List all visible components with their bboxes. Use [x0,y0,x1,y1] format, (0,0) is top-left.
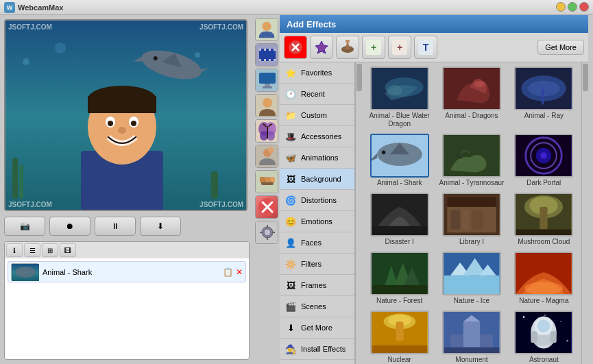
playlist-tab-info[interactable]: ℹ [6,243,23,257]
category-background-label: Background [301,175,341,183]
effects-grid: Animal - Blue Water Dragon Ani [362,62,581,364]
category-scenes[interactable]: 🎬 Scenes [280,296,354,317]
svg-rect-11 [211,171,218,199]
svg-rect-53 [260,177,265,182]
scenes-icon: 🎬 [284,300,298,313]
camera-button[interactable]: 📷 [4,217,45,236]
toolbar-btn-settings[interactable] [255,221,278,244]
category-emotions[interactable]: 😊 Emotions [280,211,354,232]
playlist-area: ℹ ☰ ⊞ 🎞 Animal - Shark 📋 ✕ [4,241,250,360]
playlist-item[interactable]: Animal - Shark 📋 ✕ [8,261,246,282]
svg-rect-30 [269,49,271,51]
effect-tool-add1[interactable]: + [362,36,385,59]
effect-blue-water-dragon[interactable]: Animal - Blue Water Dragon [365,65,434,130]
effect-monument[interactable]: Monument [437,309,506,364]
svg-point-81 [387,85,402,95]
category-recent[interactable]: 🕐 Recent [280,84,354,105]
svg-rect-38 [265,84,270,86]
toolbar-btn-film[interactable] [255,43,278,66]
pause-button[interactable]: ⏸ [95,217,136,236]
effect-dark-portal[interactable]: Dark Portal [509,132,579,189]
svg-rect-28 [259,49,261,51]
effect-magma[interactable]: Nature - Magma [509,250,579,306]
left-panel: JSOFTJ.COM JSOFTJ.COM JSOFTJ.COM JSOFTJ.… [0,15,254,364]
effects-scrollbar[interactable] [581,62,588,364]
toolbar-btn-tools[interactable] [255,170,278,193]
playlist-tab-grid[interactable]: ⊞ [42,243,58,257]
svg-point-92 [381,151,385,155]
svg-rect-87 [542,88,544,104]
toolbar-btn-person[interactable] [255,18,278,41]
maximize-button[interactable] [568,2,577,12]
effect-astronaut[interactable]: Astronaut [509,309,579,364]
category-accessories[interactable]: 🎩 Accessories [280,126,354,147]
window-controls [556,2,589,12]
playlist-copy-icon[interactable]: 📋 [223,267,233,277]
category-distortions-label: Distortions [301,196,337,204]
category-custom-label: Custom [301,111,327,119]
effect-tool-close[interactable] [284,36,307,59]
effect-mushroom[interactable]: Mushroom Cloud [509,191,579,247]
svg-rect-119 [444,276,500,294]
svg-rect-35 [274,59,276,61]
effect-ray[interactable]: Animal - Ray [509,65,579,130]
category-custom[interactable]: 📁 Custom [280,105,354,126]
scrollbar-thumb [356,64,362,91]
effect-label-shark: Animal - Shark [377,179,422,187]
category-background[interactable]: 🖼 Background [280,169,354,190]
svg-rect-128 [396,321,403,341]
playlist-delete-icon[interactable]: ✕ [236,267,243,277]
effect-thumb-dragons [442,66,501,110]
effect-tool-wizard2[interactable] [336,36,359,59]
svg-rect-16 [88,96,156,113]
effect-nuclear[interactable]: Nuclear [365,309,434,364]
playlist-tab-film[interactable]: 🎞 [60,243,76,257]
svg-rect-111 [540,207,548,230]
effect-label-mushroom: Mushroom Cloud [518,238,570,246]
category-distortions[interactable]: 🌀 Distortions [280,190,354,211]
category-animations[interactable]: 🦋 Animations [280,147,354,169]
effect-disaster[interactable]: Disaster I [365,191,434,247]
effect-thumb-library [442,193,501,236]
effect-dragons[interactable]: Animal - Dragons [437,65,506,130]
toolbar-btn-monitor[interactable] [255,69,278,92]
category-faces[interactable]: 👤 Faces [280,232,354,254]
effect-ice[interactable]: Nature - Ice [437,250,506,306]
toolbar-btn-person2[interactable] [255,94,278,117]
effect-shark[interactable]: Animal - Shark [365,132,434,189]
category-install[interactable]: 🧙 Install Effects [280,339,354,360]
playlist-item-name: Animal - Shark [43,268,219,276]
effect-tool-wizard[interactable] [310,36,333,59]
playlist-tab-list[interactable]: ☰ [24,243,40,257]
download-button[interactable]: ⬇ [140,217,181,236]
effect-library[interactable]: Library I [437,191,506,247]
effect-tool-text[interactable]: T [414,36,437,59]
effect-tool-add2[interactable]: + [388,36,411,59]
playlist-content: Animal - Shark 📋 ✕ [5,258,249,359]
effect-thumb-ice [442,252,501,295]
category-favorites[interactable]: ⭐ Favorites [280,62,354,84]
categories-scrollbar[interactable] [355,62,362,364]
category-filters[interactable]: 🔆 Filters [280,254,354,275]
svg-point-72 [346,40,350,43]
svg-point-137 [523,316,525,318]
category-accessories-label: Accessories [301,132,341,141]
title-bar: W WebcamMax [0,0,593,15]
effect-tyrannosaur[interactable]: Animal - Tyrannosaur [437,132,506,189]
category-get-more[interactable]: ⬇ Get More [280,317,354,339]
get-more-button[interactable]: Get More [537,40,584,55]
effect-thumb-disaster [370,193,429,236]
svg-point-61 [265,230,270,235]
close-button[interactable] [579,2,589,12]
toolbar-btn-butterfly[interactable] [255,119,278,143]
record-button[interactable]: ⏺ [49,217,90,236]
effect-forest[interactable]: Nature - Forest [365,250,434,306]
toolbar-btn-delete[interactable] [255,195,278,219]
category-frames[interactable]: 🖼 Frames [280,275,354,296]
minimize-button[interactable] [556,2,566,12]
effect-label-ray: Animal - Ray [524,112,564,120]
svg-point-138 [561,321,562,322]
svg-point-146 [537,319,550,332]
effect-thumb-ray [514,66,573,110]
toolbar-btn-person3[interactable] [255,145,278,168]
